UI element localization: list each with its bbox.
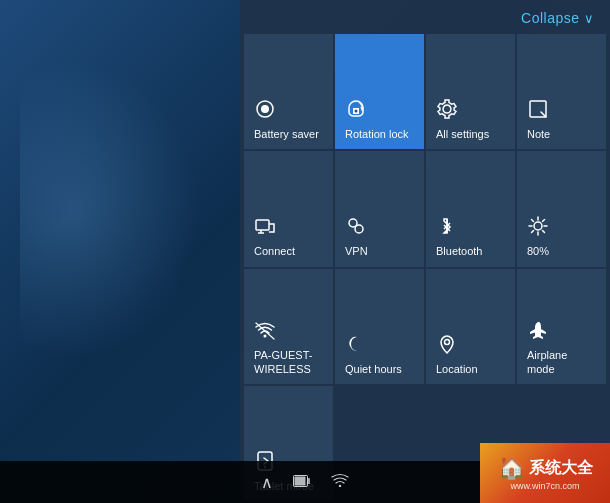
quiet-hours-icon <box>345 333 367 359</box>
tile-rotation-lock[interactable]: Rotation lock <box>335 34 424 149</box>
watermark-text-sub: www.win7cn.com <box>510 481 579 491</box>
action-center-panel: Collapse ∨ Battery saver <box>240 0 610 503</box>
watermark-top: 🏠 系统大全 <box>498 455 593 481</box>
svg-line-19 <box>532 231 534 233</box>
svg-line-16 <box>532 220 534 222</box>
wifi-label: PA-GUEST-WIRELESS <box>254 349 323 375</box>
bluetooth-icon <box>436 215 458 241</box>
vpn-icon <box>345 215 367 241</box>
location-label: Location <box>436 363 478 376</box>
quick-tiles-grid: Battery saver Rotation lock <box>240 32 610 503</box>
tile-wifi[interactable]: PA-GUEST-WIRELESS <box>244 269 333 384</box>
quiet-hours-label: Quiet hours <box>345 363 402 376</box>
collapse-row: Collapse ∨ <box>240 0 610 32</box>
all-settings-label: All settings <box>436 128 489 141</box>
svg-point-28 <box>339 485 341 487</box>
collapse-chevron-icon: ∨ <box>584 11 595 26</box>
svg-rect-27 <box>295 477 306 486</box>
brightness-icon <box>527 215 549 241</box>
all-settings-icon <box>436 98 458 124</box>
taskbar-battery-icon[interactable] <box>293 473 311 491</box>
tile-brightness[interactable]: 80% <box>517 151 606 266</box>
collapse-label: Collapse <box>521 10 579 26</box>
tile-quiet-hours[interactable]: Quiet hours <box>335 269 424 384</box>
wifi-icon <box>254 319 276 345</box>
tile-all-settings[interactable]: All settings <box>426 34 515 149</box>
tile-bluetooth[interactable]: Bluetooth <box>426 151 515 266</box>
tile-battery-saver[interactable]: Battery saver <box>244 34 333 149</box>
tile-location[interactable]: Location <box>426 269 515 384</box>
svg-point-11 <box>534 222 542 230</box>
watermark-logo-icon: 🏠 <box>498 455 525 481</box>
tile-connect[interactable]: Connect <box>244 151 333 266</box>
taskbar-chevron-icon[interactable]: ∧ <box>261 473 273 492</box>
note-icon <box>527 98 549 124</box>
svg-point-9 <box>355 225 363 233</box>
bluetooth-label: Bluetooth <box>436 245 482 258</box>
airplane-mode-icon <box>527 319 549 345</box>
tile-vpn[interactable]: VPN <box>335 151 424 266</box>
watermark-text-main: 系统大全 <box>529 458 593 479</box>
watermark: 🏠 系统大全 www.win7cn.com <box>480 443 610 503</box>
location-icon <box>436 333 458 359</box>
vpn-label: VPN <box>345 245 368 258</box>
rotation-lock-icon <box>345 98 367 124</box>
taskbar-wifi-icon[interactable] <box>331 473 349 491</box>
rotation-lock-label: Rotation lock <box>345 128 409 141</box>
tile-note[interactable]: Note <box>517 34 606 149</box>
connect-icon <box>254 215 276 241</box>
svg-point-2 <box>355 110 358 113</box>
battery-saver-icon <box>254 98 276 124</box>
battery-saver-label: Battery saver <box>254 128 319 141</box>
svg-point-22 <box>445 339 450 344</box>
svg-rect-5 <box>256 220 269 230</box>
airplane-mode-label: Airplane mode <box>527 349 596 375</box>
svg-point-1 <box>261 105 269 113</box>
svg-line-17 <box>543 231 545 233</box>
collapse-button[interactable]: Collapse ∨ <box>521 10 594 26</box>
svg-line-18 <box>543 220 545 222</box>
brightness-label: 80% <box>527 245 549 258</box>
svg-rect-26 <box>308 478 310 484</box>
connect-label: Connect <box>254 245 295 258</box>
tile-airplane-mode[interactable]: Airplane mode <box>517 269 606 384</box>
note-label: Note <box>527 128 550 141</box>
svg-point-20 <box>264 335 267 338</box>
